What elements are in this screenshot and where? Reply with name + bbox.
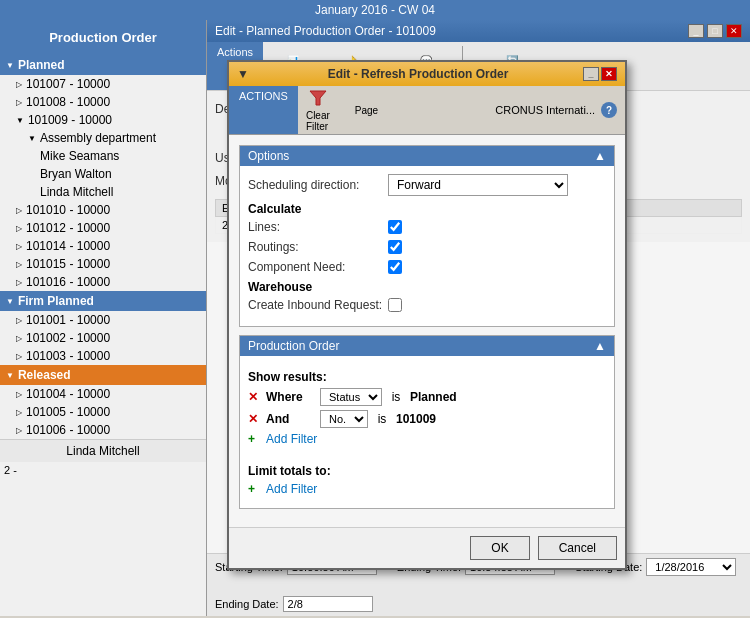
- item-arrow: ▼: [16, 116, 24, 125]
- sidebar-item-101001[interactable]: ▷ 101001 - 10000: [0, 311, 206, 329]
- filter-column-1[interactable]: Status: [320, 388, 382, 406]
- filter-row-1: ✕ Where Status is Planned: [248, 388, 606, 406]
- item-label: Bryan Walton: [40, 167, 112, 181]
- filter-op-2: is: [372, 412, 392, 426]
- clear-filter-btn[interactable]: Clear Filter: [306, 88, 330, 132]
- modal-title-bar: ▼ Edit - Refresh Production Order _ ✕: [229, 62, 625, 86]
- sidebar-item-101007[interactable]: ▷ 101007 - 10000: [0, 75, 206, 93]
- production-order-section-title: Production Order: [248, 339, 339, 353]
- filter-value-2: 101009: [396, 412, 436, 426]
- show-results-label: Show results:: [248, 370, 606, 384]
- filter-field-2: And: [266, 412, 316, 426]
- lines-label: Lines:: [248, 220, 388, 234]
- item-label: 101009 - 10000: [28, 113, 112, 127]
- lines-checkbox[interactable]: [388, 220, 402, 234]
- options-section-header: Options ▲: [240, 146, 614, 166]
- spacer: [248, 450, 606, 458]
- options-section-body: Scheduling direction: Forward Backward C…: [240, 166, 614, 326]
- calculate-label: Calculate: [248, 202, 606, 216]
- modal-ribbon-actions: Clear Filter Page: [298, 86, 386, 134]
- sidebar-item-bryan[interactable]: Bryan Walton: [0, 165, 206, 183]
- top-bar: January 2016 - CW 04: [0, 0, 750, 20]
- filter-row-2: ✕ And No. is 101009: [248, 410, 606, 428]
- sidebar-footer: Linda Mitchell: [0, 439, 206, 462]
- modal-content: Options ▲ Scheduling direction: Forward …: [229, 135, 625, 527]
- inbound-checkbox[interactable]: [388, 298, 402, 312]
- sidebar-item-101012[interactable]: ▷ 101012 - 10000: [0, 219, 206, 237]
- item-arrow: ▷: [16, 408, 22, 417]
- item-label: 101002 - 10000: [26, 331, 110, 345]
- routings-checkbox[interactable]: [388, 240, 402, 254]
- add-filter-icon-2: +: [248, 482, 262, 496]
- item-arrow: ▷: [16, 242, 22, 251]
- clear-filter-label: Clear Filter: [306, 110, 330, 132]
- filter-column-2[interactable]: No.: [320, 410, 368, 428]
- top-bar-text: January 2016 - CW 04: [315, 3, 435, 17]
- sidebar-item-assembly[interactable]: ▼ Assembly department: [0, 129, 206, 147]
- edit-window-title-bar: Edit - Planned Production Order - 101009…: [207, 20, 750, 42]
- warehouse-label: Warehouse: [248, 280, 606, 294]
- add-filter-link[interactable]: Add Filter: [266, 432, 317, 446]
- modal-minimize-button[interactable]: _: [583, 67, 599, 81]
- sidebar-item-101005[interactable]: ▷ 101005 - 10000: [0, 403, 206, 421]
- sidebar-item-101002[interactable]: ▷ 101002 - 10000: [0, 329, 206, 347]
- production-order-section-header: Production Order ▲: [240, 336, 614, 356]
- sidebar-item-101008[interactable]: ▷ 101008 - 10000: [0, 93, 206, 111]
- minimize-button[interactable]: _: [688, 24, 704, 38]
- modal-actions-tab[interactable]: ACTIONS: [229, 86, 298, 134]
- sidebar-item-101016[interactable]: ▷ 101016 - 10000: [0, 273, 206, 291]
- restore-button[interactable]: □: [707, 24, 723, 38]
- sidebar-group-released: ▼ Released: [0, 365, 206, 385]
- item-label: 101008 - 10000: [26, 95, 110, 109]
- modal-close-button[interactable]: ✕: [601, 67, 617, 81]
- item-label: 101006 - 10000: [26, 423, 110, 437]
- modal-ribbon: ACTIONS Clear Filter Page CRONUS Interna…: [229, 86, 625, 135]
- company-name: CRONUS Internati...: [495, 104, 595, 116]
- starting-date-select[interactable]: 1/28/2016: [646, 558, 736, 576]
- sidebar-item-101010[interactable]: ▷ 101010 - 10000: [0, 201, 206, 219]
- page-indicator: 2 -: [0, 462, 206, 478]
- scheduling-select[interactable]: Forward Backward: [388, 174, 568, 196]
- footer-user: Linda Mitchell: [66, 444, 139, 458]
- cancel-button[interactable]: Cancel: [538, 536, 617, 560]
- item-label: 101004 - 10000: [26, 387, 110, 401]
- add-filter-link-2[interactable]: Add Filter: [266, 482, 317, 496]
- options-section: Options ▲ Scheduling direction: Forward …: [239, 145, 615, 327]
- item-arrow: ▼: [28, 134, 36, 143]
- lines-row: Lines:: [248, 220, 606, 234]
- filter-remove-1[interactable]: ✕: [248, 390, 262, 404]
- modal-dialog: ▼ Edit - Refresh Production Order _ ✕ AC…: [227, 60, 627, 570]
- page-label: Page: [355, 105, 378, 116]
- item-arrow: ▷: [16, 334, 22, 343]
- modal-menu-arrow: ▼: [237, 67, 253, 81]
- filter-remove-2[interactable]: ✕: [248, 412, 262, 426]
- sidebar-item-mike[interactable]: Mike Seamans: [0, 147, 206, 165]
- sidebar-item-linda-s[interactable]: Linda Mitchell: [0, 183, 206, 201]
- firm-planned-expand-icon: ▼: [6, 297, 14, 306]
- item-arrow: ▷: [16, 80, 22, 89]
- item-arrow: ▷: [16, 390, 22, 399]
- sidebar-item-101006[interactable]: ▷ 101006 - 10000: [0, 421, 206, 439]
- sidebar-item-101015[interactable]: ▷ 101015 - 10000: [0, 255, 206, 273]
- item-arrow: ▷: [16, 426, 22, 435]
- help-button[interactable]: ?: [601, 102, 617, 118]
- item-label: 101012 - 10000: [26, 221, 110, 235]
- modal-window-controls: _ ✕: [583, 67, 617, 81]
- sidebar-item-101003[interactable]: ▷ 101003 - 10000: [0, 347, 206, 365]
- item-label: Mike Seamans: [40, 149, 119, 163]
- window-controls: _ □ ✕: [688, 24, 742, 38]
- component-checkbox[interactable]: [388, 260, 402, 274]
- item-arrow: ▷: [16, 224, 22, 233]
- sidebar-item-101014[interactable]: ▷ 101014 - 10000: [0, 237, 206, 255]
- sidebar-item-101009[interactable]: ▼ 101009 - 10000: [0, 111, 206, 129]
- close-button[interactable]: ✕: [726, 24, 742, 38]
- modal-ribbon-right: CRONUS Internati... ?: [487, 86, 625, 134]
- ok-button[interactable]: OK: [470, 536, 529, 560]
- ending-date-input[interactable]: [283, 596, 373, 612]
- sidebar-item-101004[interactable]: ▷ 101004 - 10000: [0, 385, 206, 403]
- add-filter-row-2: + Add Filter: [248, 482, 606, 496]
- production-order-section: Production Order ▲ Show results: ✕ Where…: [239, 335, 615, 509]
- scheduling-row: Scheduling direction: Forward Backward: [248, 174, 606, 196]
- item-label: 101005 - 10000: [26, 405, 110, 419]
- item-arrow: ▷: [16, 278, 22, 287]
